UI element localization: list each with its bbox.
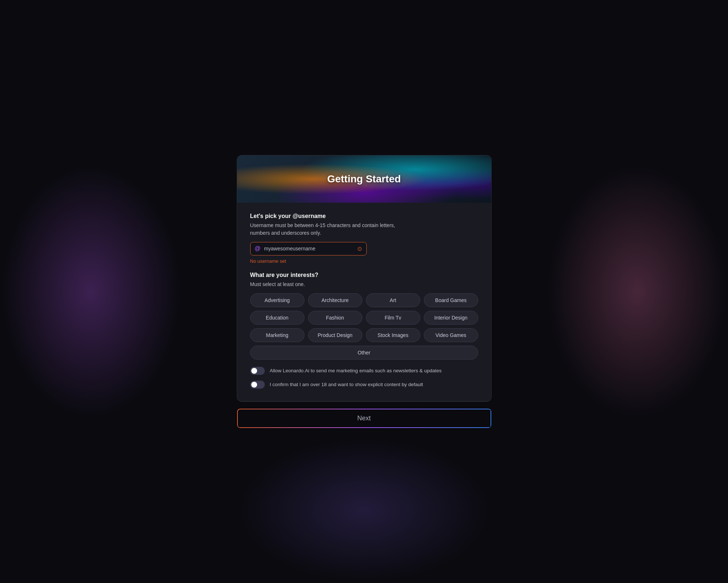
interests-section: What are your interests? Must select at … bbox=[250, 272, 478, 360]
bg-blur-left bbox=[0, 164, 182, 419]
chip-other[interactable]: Other bbox=[250, 346, 478, 360]
chip-board-games[interactable]: Board Games bbox=[424, 293, 478, 307]
chip-education[interactable]: Education bbox=[250, 311, 304, 325]
chip-advertising[interactable]: Advertising bbox=[250, 293, 304, 307]
marketing-toggle-label: Allow Leonardo.Ai to send me marketing e… bbox=[270, 368, 442, 373]
username-error-text: No username set bbox=[250, 258, 478, 264]
explicit-toggle[interactable] bbox=[250, 381, 265, 389]
interests-title: What are your interests? bbox=[250, 272, 478, 278]
header-banner: Getting Started bbox=[237, 155, 491, 203]
chip-marketing[interactable]: Marketing bbox=[250, 328, 304, 342]
chip-product-design[interactable]: Product Design bbox=[308, 328, 362, 342]
chip-film-tv[interactable]: Film Tv bbox=[366, 311, 420, 325]
username-section-subtitle: Username must be between 4-15 characters… bbox=[250, 222, 478, 237]
divider bbox=[237, 401, 492, 401]
modal-container: Getting Started Let's pick your @usernam… bbox=[237, 155, 492, 402]
explicit-toggle-knob bbox=[251, 382, 257, 388]
chip-stock-images[interactable]: Stock Images bbox=[366, 328, 420, 342]
warning-icon: ⊙ bbox=[357, 245, 362, 252]
username-field: @ ⊙ bbox=[250, 242, 367, 255]
username-section: Let's pick your @username Username must … bbox=[250, 213, 478, 264]
explicit-toggle-label: I confirm that I am over 18 and want to … bbox=[270, 382, 423, 387]
chip-video-games[interactable]: Video Games bbox=[424, 328, 478, 342]
interests-subtitle: Must select at least one. bbox=[250, 281, 478, 288]
chip-art[interactable]: Art bbox=[366, 293, 420, 307]
bg-blur-bottom bbox=[237, 437, 492, 583]
chip-fashion[interactable]: Fashion bbox=[308, 311, 362, 325]
explicit-toggle-row: I confirm that I am over 18 and want to … bbox=[250, 381, 478, 389]
marketing-toggle[interactable] bbox=[250, 367, 265, 375]
toggles-section: Allow Leonardo.Ai to send me marketing e… bbox=[250, 367, 478, 389]
marketing-toggle-knob bbox=[251, 368, 257, 374]
modal-wrapper: Getting Started Let's pick your @usernam… bbox=[237, 155, 492, 428]
chip-architecture[interactable]: Architecture bbox=[308, 293, 362, 307]
marketing-toggle-row: Allow Leonardo.Ai to send me marketing e… bbox=[250, 367, 478, 375]
chip-interior-design[interactable]: Interior Design bbox=[424, 311, 478, 325]
interest-grid: Advertising Architecture Art Board Games… bbox=[250, 293, 478, 342]
at-icon: @ bbox=[255, 245, 261, 252]
modal-body: Let's pick your @username Username must … bbox=[237, 203, 491, 400]
username-section-title: Let's pick your @username bbox=[250, 213, 478, 219]
page-title: Getting Started bbox=[327, 173, 401, 185]
next-button-wrapper: Next bbox=[237, 408, 492, 428]
username-input[interactable] bbox=[264, 246, 353, 251]
next-button[interactable]: Next bbox=[237, 408, 492, 428]
bg-blur-right bbox=[546, 164, 728, 419]
